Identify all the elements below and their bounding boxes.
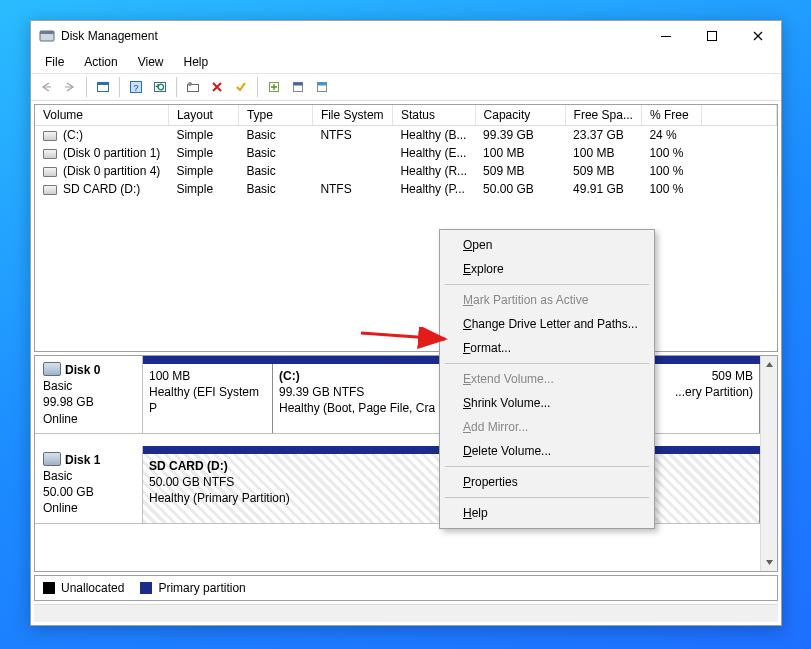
volume-pctfree: 100 % [641,144,701,162]
volume-capacity: 100 MB [475,144,565,162]
scroll-down-icon[interactable] [761,554,777,571]
disk-size: 50.00 GB [43,485,94,499]
disk-icon [43,362,61,376]
ctx-delete-volume[interactable]: Delete Volume... [443,439,651,463]
svg-rect-3 [708,32,717,41]
volume-type: Basic [238,162,312,180]
legend-unallocated: Unallocated [43,581,124,595]
ctx-add-mirror: Add Mirror... [443,415,651,439]
drive-icon [43,131,57,141]
ctx-help[interactable]: Help [443,501,651,525]
partition-title: SD CARD (D:) [149,459,228,473]
volume-row[interactable]: (C:)SimpleBasicNTFSHealthy (B...99.39 GB… [35,126,777,145]
ctx-explore[interactable]: Explore [443,257,651,281]
partition-title: (C:) [279,369,300,383]
volume-pctfree: 24 % [641,126,701,145]
svg-point-10 [188,82,192,86]
toolbar: ? [31,73,781,101]
col-free[interactable]: Free Spa... [565,105,641,126]
status-bar [34,604,778,622]
column-headers: Volume Layout Type File System Status Ca… [35,105,777,126]
ctx-properties[interactable]: Properties [443,470,651,494]
drive-icon [43,167,57,177]
disk-state: Online [43,501,78,515]
volume-free: 23.37 GB [565,126,641,145]
partition-status: Healthy (Primary Partition) [149,491,290,505]
settings-button[interactable] [182,76,204,98]
partition[interactable]: 100 MBHealthy (EFI System P [143,364,273,433]
volume-fs [312,144,392,162]
partition-size: 50.00 GB NTFS [149,475,234,489]
col-capacity[interactable]: Capacity [475,105,565,126]
col-status[interactable]: Status [392,105,475,126]
volume-free: 509 MB [565,162,641,180]
volume-row[interactable]: (Disk 0 partition 1)SimpleBasicHealthy (… [35,144,777,162]
volume-name: (Disk 0 partition 4) [63,164,160,178]
partition-size: 99.39 GB NTFS [279,385,364,399]
disk-label[interactable]: Disk 1Basic50.00 GBOnline [35,446,143,523]
forward-button [59,76,81,98]
volume-type: Basic [238,144,312,162]
show-hide-console-button[interactable] [92,76,114,98]
col-type[interactable]: Type [238,105,312,126]
action-b-button[interactable] [287,76,309,98]
partition-status: Healthy (Boot, Page File, Cra [279,401,435,415]
vertical-scrollbar[interactable] [760,356,777,571]
menu-help[interactable]: Help [174,51,219,73]
partition-size: 509 MB [712,369,753,383]
ctx-extend-volume: Extend Volume... [443,367,651,391]
back-button [35,76,57,98]
partition-status: Healthy (EFI System P [149,385,259,415]
refresh-button[interactable] [149,76,171,98]
action-c-button[interactable] [311,76,333,98]
col-filesystem[interactable]: File System [312,105,392,126]
svg-rect-5 [98,83,109,86]
disk-name: Disk 0 [65,363,100,377]
volume-fs: NTFS [312,126,392,145]
legend: Unallocated Primary partition [34,575,778,601]
scroll-up-icon[interactable] [761,356,777,373]
svg-rect-15 [318,83,327,86]
volume-layout: Simple [168,162,238,180]
menu-file[interactable]: File [35,51,74,73]
volume-row[interactable]: (Disk 0 partition 4)SimpleBasicHealthy (… [35,162,777,180]
disk-size: 99.98 GB [43,395,94,409]
volume-layout: Simple [168,144,238,162]
col-pctfree[interactable]: % Free [641,105,701,126]
partition-status: ...ery Partition) [675,385,753,399]
svg-rect-1 [40,31,54,34]
volume-layout: Simple [168,126,238,145]
delete-button[interactable] [206,76,228,98]
disk-graphical-view: Disk 0Basic99.98 GBOnline100 MBHealthy (… [34,355,778,572]
volume-row[interactable]: SD CARD (D:)SimpleBasicNTFSHealthy (P...… [35,180,777,198]
minimize-button[interactable] [643,21,689,51]
disk-name: Disk 1 [65,453,100,467]
volume-pctfree: 100 % [641,162,701,180]
ctx-shrink-volume[interactable]: Shrink Volume... [443,391,651,415]
disk-icon [43,452,61,466]
volume-status: Healthy (E... [392,144,475,162]
apply-button[interactable] [230,76,252,98]
col-layout[interactable]: Layout [168,105,238,126]
volume-capacity: 99.39 GB [475,126,565,145]
disk-type: Basic [43,469,72,483]
menu-action[interactable]: Action [74,51,127,73]
help-button[interactable]: ? [125,76,147,98]
volume-name: (C:) [63,128,83,142]
ctx-change-drive-letter[interactable]: Change Drive Letter and Paths... [443,312,651,336]
ctx-open[interactable]: Open [443,233,651,257]
disk-label[interactable]: Disk 0Basic99.98 GBOnline [35,356,143,433]
action-a-button[interactable] [263,76,285,98]
volume-fs [312,162,392,180]
partition-size: 100 MB [149,369,190,383]
app-icon [39,28,55,44]
maximize-button[interactable] [689,21,735,51]
col-volume[interactable]: Volume [35,105,168,126]
context-menu: Open Explore Mark Partition as Active Ch… [439,229,655,529]
svg-text:?: ? [133,83,138,93]
close-button[interactable] [735,21,781,51]
menu-view[interactable]: View [128,51,174,73]
volume-name: (Disk 0 partition 1) [63,146,160,160]
disk-state: Online [43,412,78,426]
ctx-format[interactable]: Format... [443,336,651,360]
